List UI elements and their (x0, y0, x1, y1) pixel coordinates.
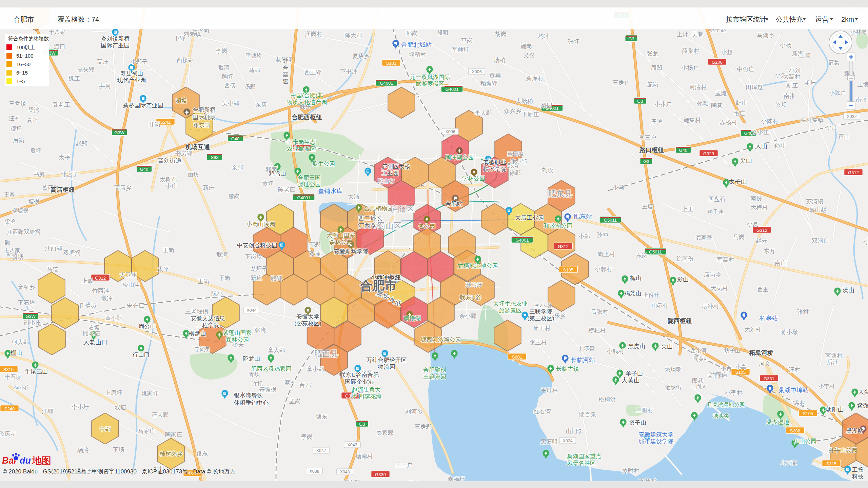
svg-text:G4001: G4001 (445, 87, 458, 92)
svg-text:X006: X006 (472, 69, 481, 74)
svg-text:赵云: 赵云 (756, 238, 767, 244)
svg-text:庞岗: 庞岗 (647, 81, 658, 88)
svg-text:周凹: 周凹 (651, 65, 662, 71)
svg-text:堰稍村: 堰稍村 (409, 52, 426, 58)
svg-text:安徽建筑大学: 安徽建筑大学 (639, 431, 673, 438)
svg-text:合肥植物园: 合肥植物园 (364, 205, 393, 212)
svg-text:楚圩子: 楚圩子 (251, 266, 268, 272)
svg-text:三房郢: 三房郢 (415, 424, 432, 430)
svg-text:昭庆寺: 昭庆寺 (0, 431, 16, 436)
svg-text:青坎: 青坎 (249, 371, 260, 377)
svg-text:尖山: 尖山 (740, 157, 752, 164)
svg-text:许拐: 许拐 (252, 381, 263, 387)
svg-text:孙滩: 孙滩 (697, 100, 708, 107)
svg-text:曹郢: 曹郢 (299, 382, 311, 389)
svg-text:徐南份: 徐南份 (676, 256, 694, 262)
svg-text:小杨: 小杨 (780, 42, 791, 48)
svg-text:X043: X043 (340, 470, 350, 474)
svg-text:联东U谷: 联东U谷 (459, 294, 481, 301)
svg-text:鼓山赵: 鼓山赵 (809, 207, 827, 213)
svg-text:井河: 井河 (99, 83, 111, 89)
svg-text:风景名胜区: 风景名胜区 (567, 460, 596, 466)
svg-text:陀龙山: 陀龙山 (243, 355, 260, 362)
svg-text:骆郢: 骆郢 (271, 275, 282, 282)
svg-text:何小庄: 何小庄 (14, 385, 30, 391)
svg-text:合肥西枢纽: 合肥西枢纽 (291, 114, 322, 121)
svg-text:技术学院: 技术学院 (483, 166, 506, 172)
svg-text:大岗村: 大岗村 (711, 285, 728, 292)
svg-text:梨园: 梨园 (541, 102, 552, 109)
svg-text:孙冲: 孙冲 (596, 232, 608, 238)
svg-text:坊子山: 坊子山 (724, 348, 741, 353)
svg-text:牛尾巴山: 牛尾巴山 (25, 368, 48, 375)
svg-text:紫微: 紫微 (857, 402, 868, 409)
svg-text:安徽新华学院: 安徽新华学院 (334, 248, 368, 255)
svg-text:袁郢: 袁郢 (27, 117, 38, 123)
svg-text:三房户: 三房户 (613, 80, 630, 86)
svg-text:肥西县: 肥西县 (314, 349, 338, 358)
svg-text:太平: 太平 (59, 154, 70, 161)
svg-text:1~5: 1~5 (16, 78, 25, 84)
svg-text:杨湾: 杨湾 (77, 447, 89, 453)
svg-text:X032: X032 (847, 114, 856, 119)
svg-text:西二环长: 西二环长 (358, 215, 382, 222)
svg-text:孟岗: 孟岗 (289, 398, 301, 405)
svg-text:© 2020 Baidu - GS(2019)5218号 -: © 2020 Baidu - GS(2019)5218号 - 甲测资字11009… (3, 468, 236, 475)
svg-text:堰湾: 堰湾 (216, 251, 228, 258)
svg-text:小陈户: 小陈户 (829, 90, 846, 96)
svg-text:江西郢: 江西郢 (7, 229, 23, 235)
svg-text:大老山口: 大老山口 (83, 339, 107, 346)
svg-text:小钱村: 小钱村 (607, 348, 624, 354)
svg-text:看塘: 看塘 (89, 325, 100, 330)
svg-text:董铺水库: 董铺水库 (318, 188, 342, 195)
svg-text:中心庄: 中心庄 (127, 302, 144, 309)
svg-text:卧牛山公园: 卧牛山公园 (829, 447, 857, 453)
svg-text:元一双凤湖国际: 元一双凤湖国际 (410, 74, 450, 80)
svg-text:河湾村: 河湾村 (689, 84, 707, 90)
svg-text:高庄: 高庄 (97, 59, 108, 65)
svg-text:童小郢: 童小郢 (307, 366, 324, 372)
svg-text:安徽职业: 安徽职业 (483, 159, 506, 166)
svg-text:月亮湾湿地公园: 月亮湾湿地公园 (707, 402, 745, 408)
svg-text:S102: S102 (386, 61, 396, 66)
svg-text:吴巷: 吴巷 (692, 31, 703, 38)
svg-text:新库村: 新库村 (526, 75, 544, 82)
svg-text:赤杨村: 赤杨村 (720, 119, 737, 126)
svg-text:李小圩: 李小圩 (72, 404, 89, 410)
svg-text:庐阳区大杨: 庐阳区大杨 (381, 163, 410, 170)
svg-text:太子山: 太子山 (729, 178, 747, 185)
svg-text:上唐圩: 上唐圩 (105, 390, 122, 396)
svg-text:陈老庄: 陈老庄 (278, 186, 295, 193)
svg-text:G312: G312 (756, 228, 767, 233)
svg-text:二咀村: 二咀村 (636, 407, 653, 413)
svg-text:双河口: 双河口 (812, 238, 829, 244)
svg-text:G206: G206 (712, 60, 723, 65)
svg-text:小庄: 小庄 (165, 183, 177, 189)
svg-text:下石埠: 下石埠 (18, 300, 35, 306)
svg-text:速: 速 (283, 78, 289, 85)
svg-text:汪大郢: 汪大郢 (152, 412, 169, 418)
svg-text:安徽大学: 安徽大学 (296, 313, 319, 320)
svg-text:龟山公园: 龟山公园 (793, 438, 816, 444)
svg-text:陈大郢: 陈大郢 (345, 32, 362, 39)
svg-text:大店工业园: 大店工业园 (515, 215, 544, 221)
svg-text:童小郢: 童小郢 (105, 315, 122, 321)
svg-text:陶冲湖公园: 陶冲湖公园 (445, 154, 474, 161)
svg-text:G3: G3 (643, 159, 649, 164)
svg-text:小赵: 小赵 (721, 49, 733, 56)
svg-text:平圩林: 平圩林 (541, 387, 558, 394)
svg-text:缪百泉: 缪百泉 (579, 411, 596, 418)
svg-text:合肥融创: 合肥融创 (423, 367, 446, 373)
svg-text:坛冲村: 坛冲村 (702, 303, 719, 309)
svg-text:高店乡: 高店乡 (114, 185, 132, 191)
svg-text:面坊: 面坊 (188, 171, 199, 177)
svg-text:G40: G40 (231, 136, 240, 141)
svg-text:瓜牛公园: 瓜牛公园 (312, 161, 335, 167)
svg-text:庙王村: 庙王村 (533, 325, 551, 331)
svg-text:兴坝: 兴坝 (775, 102, 787, 108)
svg-text:焖烟墩: 焖烟墩 (665, 366, 681, 372)
svg-text:工程学院: 工程学院 (196, 322, 219, 328)
svg-text:G312: G312 (95, 276, 106, 281)
svg-text:秦家郢: 秦家郢 (376, 430, 394, 436)
svg-text:S105: S105 (803, 411, 813, 416)
